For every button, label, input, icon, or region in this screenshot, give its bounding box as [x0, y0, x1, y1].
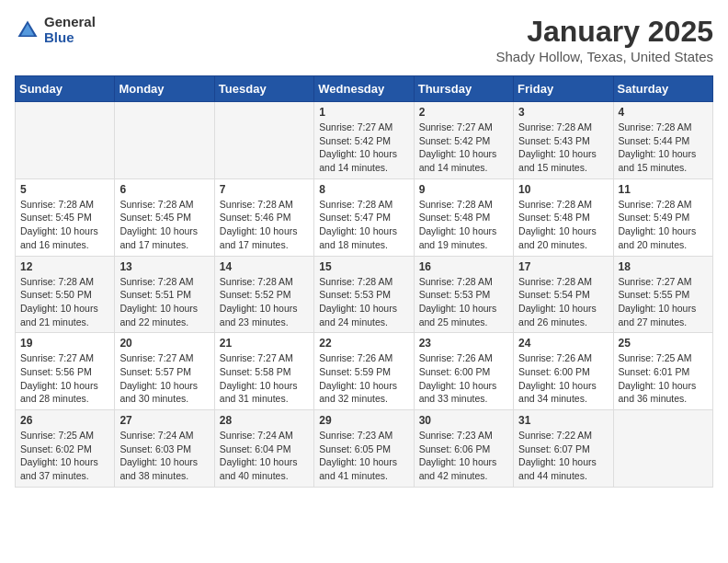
calendar-cell: 15Sunrise: 7:28 AM Sunset: 5:53 PM Dayli…	[314, 256, 414, 333]
day-info: Sunrise: 7:26 AM Sunset: 5:59 PM Dayligh…	[319, 351, 408, 406]
calendar-cell	[115, 102, 214, 179]
day-info: Sunrise: 7:23 AM Sunset: 6:05 PM Dayligh…	[319, 429, 408, 483]
header-day: Tuesday	[214, 76, 313, 102]
day-number: 5	[20, 183, 109, 196]
day-number: 6	[119, 183, 209, 196]
day-number: 8	[319, 183, 408, 196]
day-info: Sunrise: 7:27 AM Sunset: 5:55 PM Dayligh…	[619, 275, 708, 329]
day-info: Sunrise: 7:28 AM Sunset: 5:47 PM Dayligh…	[319, 198, 408, 252]
day-number: 18	[619, 260, 708, 273]
day-number: 23	[419, 337, 508, 350]
calendar-cell: 1Sunrise: 7:27 AM Sunset: 5:42 PM Daylig…	[314, 102, 414, 179]
day-number: 22	[319, 337, 408, 350]
calendar-cell: 27Sunrise: 7:24 AM Sunset: 6:03 PM Dayli…	[115, 410, 214, 488]
day-info: Sunrise: 7:28 AM Sunset: 5:45 PM Dayligh…	[20, 198, 109, 252]
header-day: Sunday	[16, 76, 115, 102]
day-info: Sunrise: 7:28 AM Sunset: 5:50 PM Dayligh…	[20, 275, 109, 329]
day-number: 14	[220, 260, 309, 273]
calendar-week: 26Sunrise: 7:25 AM Sunset: 6:02 PM Dayli…	[16, 410, 713, 488]
calendar-cell: 3Sunrise: 7:28 AM Sunset: 5:43 PM Daylig…	[514, 102, 613, 179]
day-number: 13	[119, 260, 209, 273]
calendar-cell: 2Sunrise: 7:27 AM Sunset: 5:42 PM Daylig…	[414, 102, 513, 179]
day-info: Sunrise: 7:27 AM Sunset: 5:42 PM Dayligh…	[419, 121, 508, 175]
day-number: 1	[319, 106, 408, 119]
calendar-cell: 18Sunrise: 7:27 AM Sunset: 5:55 PM Dayli…	[613, 256, 712, 333]
day-number: 25	[619, 337, 708, 350]
day-number: 15	[319, 260, 408, 273]
calendar-cell: 4Sunrise: 7:28 AM Sunset: 5:44 PM Daylig…	[613, 102, 712, 179]
day-info: Sunrise: 7:27 AM Sunset: 5:56 PM Dayligh…	[20, 351, 109, 406]
header-day: Saturday	[613, 76, 712, 102]
header-row: SundayMondayTuesdayWednesdayThursdayFrid…	[16, 76, 713, 102]
day-info: Sunrise: 7:27 AM Sunset: 5:58 PM Dayligh…	[220, 351, 309, 406]
calendar-cell: 20Sunrise: 7:27 AM Sunset: 5:57 PM Dayli…	[115, 333, 214, 410]
day-info: Sunrise: 7:25 AM Sunset: 6:02 PM Dayligh…	[20, 429, 109, 483]
day-number: 2	[419, 106, 508, 119]
day-number: 4	[619, 106, 708, 119]
calendar-cell: 12Sunrise: 7:28 AM Sunset: 5:50 PM Dayli…	[16, 256, 115, 333]
calendar-subtitle: Shady Hollow, Texas, United States	[495, 49, 713, 64]
calendar-table: SundayMondayTuesdayWednesdayThursdayFrid…	[15, 75, 713, 488]
day-number: 16	[419, 260, 508, 273]
day-number: 29	[319, 414, 408, 427]
calendar-cell: 10Sunrise: 7:28 AM Sunset: 5:48 PM Dayli…	[514, 178, 613, 256]
day-number: 21	[220, 337, 309, 350]
logo: General Blue	[15, 15, 96, 45]
day-info: Sunrise: 7:27 AM Sunset: 5:42 PM Dayligh…	[319, 121, 408, 175]
day-number: 24	[518, 337, 608, 350]
day-info: Sunrise: 7:28 AM Sunset: 5:48 PM Dayligh…	[518, 198, 608, 252]
calendar-week: 19Sunrise: 7:27 AM Sunset: 5:56 PM Dayli…	[16, 333, 713, 410]
calendar-title: January 2025	[495, 15, 713, 49]
day-number: 11	[619, 183, 708, 196]
day-info: Sunrise: 7:28 AM Sunset: 5:53 PM Dayligh…	[319, 275, 408, 329]
calendar-cell: 31Sunrise: 7:22 AM Sunset: 6:07 PM Dayli…	[514, 410, 613, 488]
header-day: Wednesday	[314, 76, 414, 102]
day-number: 10	[518, 183, 608, 196]
calendar-week: 1Sunrise: 7:27 AM Sunset: 5:42 PM Daylig…	[16, 102, 713, 179]
calendar-cell: 24Sunrise: 7:26 AM Sunset: 6:00 PM Dayli…	[514, 333, 613, 410]
day-info: Sunrise: 7:24 AM Sunset: 6:04 PM Dayligh…	[220, 429, 309, 483]
calendar-cell: 29Sunrise: 7:23 AM Sunset: 6:05 PM Dayli…	[314, 410, 414, 488]
calendar-cell: 19Sunrise: 7:27 AM Sunset: 5:56 PM Dayli…	[16, 333, 115, 410]
day-info: Sunrise: 7:28 AM Sunset: 5:51 PM Dayligh…	[119, 275, 209, 329]
calendar-cell: 21Sunrise: 7:27 AM Sunset: 5:58 PM Dayli…	[214, 333, 313, 410]
day-info: Sunrise: 7:28 AM Sunset: 5:46 PM Dayligh…	[220, 198, 309, 252]
logo-general-text: General	[44, 15, 96, 30]
day-info: Sunrise: 7:27 AM Sunset: 5:57 PM Dayligh…	[119, 351, 209, 406]
day-number: 17	[518, 260, 608, 273]
calendar-week: 12Sunrise: 7:28 AM Sunset: 5:50 PM Dayli…	[16, 256, 713, 333]
day-number: 19	[20, 337, 109, 350]
calendar-cell: 6Sunrise: 7:28 AM Sunset: 5:45 PM Daylig…	[115, 178, 214, 256]
day-info: Sunrise: 7:26 AM Sunset: 6:00 PM Dayligh…	[518, 351, 608, 406]
day-info: Sunrise: 7:28 AM Sunset: 5:45 PM Dayligh…	[119, 198, 209, 252]
day-number: 31	[518, 414, 608, 427]
day-info: Sunrise: 7:28 AM Sunset: 5:48 PM Dayligh…	[419, 198, 508, 252]
page-header: General Blue January 2025 Shady Hollow, …	[15, 15, 713, 64]
title-block: January 2025 Shady Hollow, Texas, United…	[495, 15, 713, 64]
calendar-cell: 11Sunrise: 7:28 AM Sunset: 5:49 PM Dayli…	[613, 178, 712, 256]
day-info: Sunrise: 7:23 AM Sunset: 6:06 PM Dayligh…	[419, 429, 508, 483]
day-info: Sunrise: 7:25 AM Sunset: 6:01 PM Dayligh…	[619, 351, 708, 406]
day-number: 12	[20, 260, 109, 273]
calendar-cell: 28Sunrise: 7:24 AM Sunset: 6:04 PM Dayli…	[214, 410, 313, 488]
calendar-cell: 22Sunrise: 7:26 AM Sunset: 5:59 PM Dayli…	[314, 333, 414, 410]
calendar-week: 5Sunrise: 7:28 AM Sunset: 5:45 PM Daylig…	[16, 178, 713, 256]
calendar-cell: 5Sunrise: 7:28 AM Sunset: 5:45 PM Daylig…	[16, 178, 115, 256]
calendar-cell	[613, 410, 712, 488]
calendar-cell: 25Sunrise: 7:25 AM Sunset: 6:01 PM Dayli…	[613, 333, 712, 410]
calendar-cell: 16Sunrise: 7:28 AM Sunset: 5:53 PM Dayli…	[414, 256, 513, 333]
calendar-cell: 8Sunrise: 7:28 AM Sunset: 5:47 PM Daylig…	[314, 178, 414, 256]
calendar-cell: 17Sunrise: 7:28 AM Sunset: 5:54 PM Dayli…	[514, 256, 613, 333]
day-info: Sunrise: 7:28 AM Sunset: 5:52 PM Dayligh…	[220, 275, 309, 329]
day-number: 7	[220, 183, 309, 196]
day-info: Sunrise: 7:28 AM Sunset: 5:43 PM Dayligh…	[518, 121, 608, 175]
day-number: 20	[119, 337, 209, 350]
calendar-body: 1Sunrise: 7:27 AM Sunset: 5:42 PM Daylig…	[16, 102, 713, 488]
day-info: Sunrise: 7:28 AM Sunset: 5:44 PM Dayligh…	[619, 121, 708, 175]
logo-text: General Blue	[44, 15, 96, 45]
calendar-cell: 26Sunrise: 7:25 AM Sunset: 6:02 PM Dayli…	[16, 410, 115, 488]
day-number: 27	[119, 414, 209, 427]
calendar-cell: 14Sunrise: 7:28 AM Sunset: 5:52 PM Dayli…	[214, 256, 313, 333]
calendar-cell	[214, 102, 313, 179]
day-number: 3	[518, 106, 608, 119]
